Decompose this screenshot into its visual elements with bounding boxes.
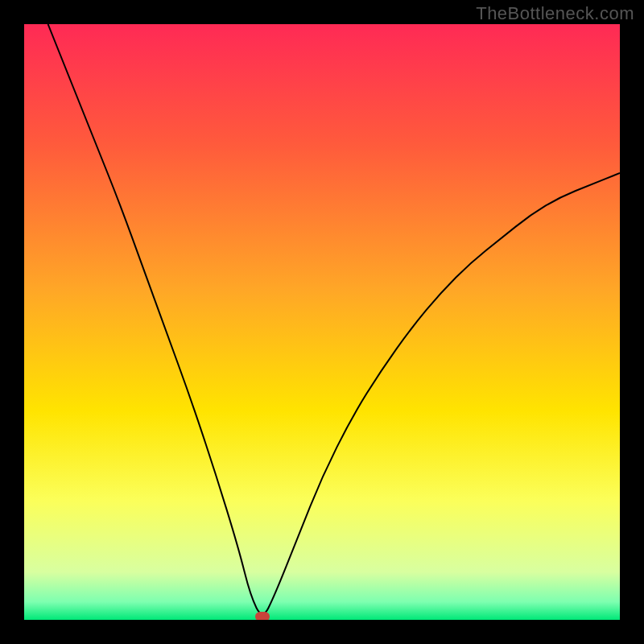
chart-curve xyxy=(24,24,620,620)
optimal-point-marker xyxy=(255,612,270,620)
chart-plot-area xyxy=(24,24,620,620)
watermark-text: TheBottleneck.com xyxy=(476,3,634,24)
